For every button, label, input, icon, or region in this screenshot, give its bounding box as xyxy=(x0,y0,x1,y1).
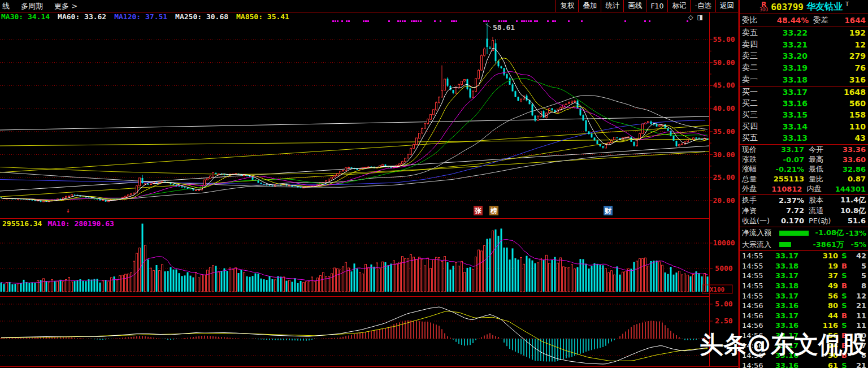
bid-row[interactable]: 买二33.16560 xyxy=(740,98,868,109)
quote-panel: R 300 603799 华友钴业 T 委比 48.44% 委差 1644 卖五… xyxy=(739,0,868,368)
tick-row: 14:5533.1849B8 xyxy=(740,281,868,291)
stat-value: -0.21% xyxy=(768,165,804,174)
flow-percent: -5% xyxy=(844,240,866,249)
tick-price: 33.17 xyxy=(766,311,798,320)
stat-value: 33.36 xyxy=(838,145,866,154)
tick-count: 11 xyxy=(850,311,866,320)
tick-count: 21 xyxy=(850,361,866,368)
fund-row: 收益(一)0.170PE(动)51.6 xyxy=(740,216,868,226)
svg-text:X100: X100 xyxy=(710,286,725,293)
stock-header: R 300 603799 华友钴业 T xyxy=(740,0,868,14)
ask-volume: 316 xyxy=(808,75,866,84)
fund-value: 0.170 xyxy=(776,217,804,225)
fund-value: 2.37% xyxy=(776,196,804,205)
svg-text:35.00: 35.00 xyxy=(713,127,735,136)
svg-text:10000: 10000 xyxy=(713,239,735,247)
tick-price: 33.18 xyxy=(766,262,798,270)
tick-volume: 61 xyxy=(798,361,838,368)
tick-time: 14:56 xyxy=(742,311,766,320)
ask-row[interactable]: 卖三33.20279 xyxy=(740,50,868,62)
weibi-value: 48.44% xyxy=(771,16,809,25)
fund-label: 换手 xyxy=(742,195,776,205)
flow-bar-fill xyxy=(779,231,809,236)
fund-row: 净资7.72流通10.8亿 xyxy=(740,205,868,215)
tick-volume: 56 xyxy=(798,292,838,300)
ask-label: 卖三 xyxy=(742,51,770,61)
flow-value: -1.08亿 xyxy=(811,228,844,238)
bid-label: 买四 xyxy=(742,122,770,132)
stat-label: 今开 xyxy=(804,145,838,155)
ask-row[interactable]: 卖一33.18316 xyxy=(740,73,868,85)
bid-row[interactable]: 买五33.1343 xyxy=(740,132,868,144)
bid-row[interactable]: 买一33.171648 xyxy=(740,86,868,98)
fund-label: 股本 xyxy=(804,195,838,205)
bid-row[interactable]: 买四33.14110 xyxy=(740,121,868,132)
fund-value: 10.8亿 xyxy=(838,206,866,216)
ask-row[interactable]: 卖四33.2112 xyxy=(740,39,868,51)
tick-price: 33.18 xyxy=(766,282,798,290)
bid-volume: 110 xyxy=(808,122,866,131)
ma-label-3: MA250: 30.68 xyxy=(175,12,228,21)
svg-text:50.00: 50.00 xyxy=(713,58,735,67)
split-view-icon[interactable]: ◨ xyxy=(697,14,702,21)
flow-percent: -13% xyxy=(844,229,866,237)
stat-label: 量比 xyxy=(804,174,838,184)
kline-chart[interactable]: 58.61↓张榜财295516.34MA10: 280190.6355.0050… xyxy=(0,0,739,368)
quote-stats: 现价33.17今开33.36涨跌-0.07最高33.60涨幅-0.21%最低32… xyxy=(740,145,868,195)
tick-volume: 44 xyxy=(798,311,838,320)
fund-label: 净资 xyxy=(742,206,776,216)
svg-text:↓: ↓ xyxy=(66,207,70,214)
ask-row[interactable]: 卖二33.1976 xyxy=(740,62,868,74)
stock-code: 603799 xyxy=(771,2,804,12)
ask-row[interactable]: 卖五33.22192 xyxy=(740,27,868,39)
tick-count: 8 xyxy=(850,282,866,290)
stats-row: 外盘110812内盘144301 xyxy=(740,184,868,194)
tick-row: 14:5533.17310S42 xyxy=(740,251,868,261)
ask-volume: 76 xyxy=(808,63,866,72)
ask-volume: 12 xyxy=(808,40,866,49)
stat-value: 32.86 xyxy=(838,165,866,174)
svg-text:2.50: 2.50 xyxy=(715,317,732,325)
bid-volume: 158 xyxy=(808,110,866,119)
margin-index-tag: R 300 xyxy=(760,1,768,12)
flow-label: 净流入额 xyxy=(742,228,779,238)
weibi-label: 委比 xyxy=(742,15,771,25)
stat-label: 最低 xyxy=(804,164,838,174)
ask-volume: 192 xyxy=(808,28,866,37)
ma-labels-row: MA30: 34.14MA60: 33.62MA120: 37.51MA250:… xyxy=(1,12,289,21)
tick-price: 33.17 xyxy=(766,292,798,300)
bid-volume: 1648 xyxy=(808,88,866,97)
ma-label-0: MA30: 34.14 xyxy=(1,12,50,21)
stock-terminal: 线多周期更多 > 复权叠加统计画线F10标记-自选返回 ◇ ◨ 58.61↓张榜… xyxy=(0,0,868,368)
svg-text:295516.34MA10: 280190.63: 295516.34MA10: 280190.63 xyxy=(2,219,114,228)
stats-row: 涨跌-0.07最高33.60 xyxy=(740,154,868,164)
ask-label: 卖五 xyxy=(742,28,770,38)
stat-label: 总量 xyxy=(742,174,768,184)
fundamentals: 换手2.37%股本11.4亿净资7.72流通10.8亿收益(一)0.170PE(… xyxy=(740,195,868,227)
svg-text:财: 财 xyxy=(604,207,611,215)
stock-flag: T xyxy=(845,1,849,7)
tick-count: 12 xyxy=(850,292,866,300)
diamond-icon[interactable]: ◇ xyxy=(688,14,693,21)
stat-value: 33.60 xyxy=(838,155,866,164)
tick-time: 14:56 xyxy=(742,301,766,310)
stat-label: 最高 xyxy=(804,154,838,164)
tick-side: S xyxy=(838,271,850,280)
stat-value: 33.17 xyxy=(768,145,804,154)
tick-time: 14:56 xyxy=(742,361,766,368)
watermark: 头条@东文侃股 xyxy=(700,329,866,361)
tick-row: 14:5633.1744B11 xyxy=(740,311,868,321)
bid-label: 买三 xyxy=(742,110,770,120)
tick-volume: 49 xyxy=(798,282,838,290)
tick-volume: 19 xyxy=(798,262,838,270)
ask-list: 卖五33.22192卖四33.2112卖三33.20279卖二33.1976卖一… xyxy=(740,27,868,86)
tick-time: 14:55 xyxy=(742,271,766,280)
tick-price: 33.16 xyxy=(766,361,798,368)
tick-price: 33.17 xyxy=(766,252,798,260)
stats-row: 涨幅-0.21%最低32.86 xyxy=(740,164,868,174)
svg-text:40.00: 40.00 xyxy=(713,104,735,112)
tick-price: 33.17 xyxy=(766,271,798,280)
bid-label: 买二 xyxy=(742,98,770,109)
tick-volume: 310 xyxy=(798,252,838,260)
bid-row[interactable]: 买三33.15158 xyxy=(740,109,868,120)
